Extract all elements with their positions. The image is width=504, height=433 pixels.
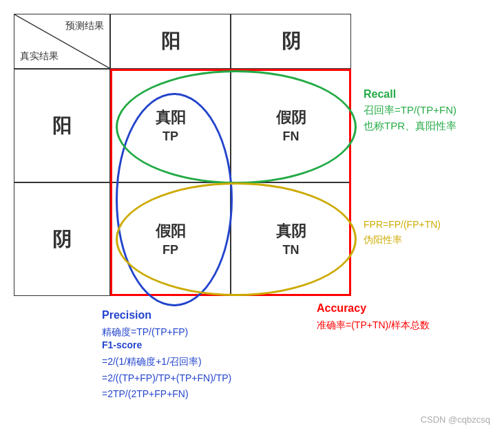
cell-tn: 真阴 TN (231, 182, 351, 296)
f1-annotation: F1-score =2/(1/精确度+1/召回率) =2/((TP+FP)/TP… (102, 337, 231, 403)
col-header-yang: 阳 (110, 14, 231, 69)
watermark: CSDN @cqbzcsq (421, 414, 490, 425)
row-header-yin: 阴 (14, 182, 110, 296)
col-header-label: 预测结果 (65, 20, 104, 32)
recall-title: Recall (364, 86, 456, 103)
fpr-formula1: FPR=FP/(FP+TN) (364, 217, 441, 232)
f1-line3: =2TP/(2TP+FP+FN) (102, 386, 231, 403)
f1-line1: =2/(1/精确度+1/召回率) (102, 354, 231, 370)
recall-formula2: 也称TPR、真阳性率 (364, 118, 456, 134)
accuracy-title: Accuracy (317, 299, 430, 317)
f1-line2: =2/((TP+FP)/TP+(TP+FN)/TP) (102, 370, 231, 387)
cell-tp: 真阳 TP (110, 69, 231, 182)
col-header-yin: 阴 (231, 14, 351, 69)
diagonal-cell: 预测结果 真实结果 (14, 14, 110, 69)
accuracy-formula: 准确率=(TP+TN)/样本总数 (317, 317, 430, 332)
fpr-annotation: FPR=FP/(FP+TN) 伪阳性率 (364, 217, 441, 248)
fpr-formula2: 伪阳性率 (364, 232, 441, 247)
recall-formula1: 召回率=TP/(TP+FN) (364, 103, 456, 118)
f1-title: F1-score (102, 337, 231, 354)
cell-fn: 假阴 FN (231, 69, 351, 182)
recall-annotation: Recall 召回率=TP/(TP+FN) 也称TPR、真阳性率 (364, 86, 456, 134)
accuracy-annotation: Accuracy 准确率=(TP+TN)/样本总数 (317, 299, 430, 332)
row-header-label: 真实结果 (20, 50, 59, 63)
precision-title: Precision (102, 306, 188, 324)
grid-area: 预测结果 真实结果 阳 阴 阳 真阳 TP 假阴 FN 阴 假阳 FP (14, 14, 351, 296)
row-header-yang: 阳 (14, 69, 110, 182)
precision-annotation: Precision 精确度=TP/(TP+FP) (102, 306, 188, 339)
main-container: 预测结果 真实结果 阳 阴 阳 真阳 TP 假阴 FN 阴 假阳 FP (0, 0, 504, 433)
cell-fp: 假阳 FP (110, 182, 231, 296)
